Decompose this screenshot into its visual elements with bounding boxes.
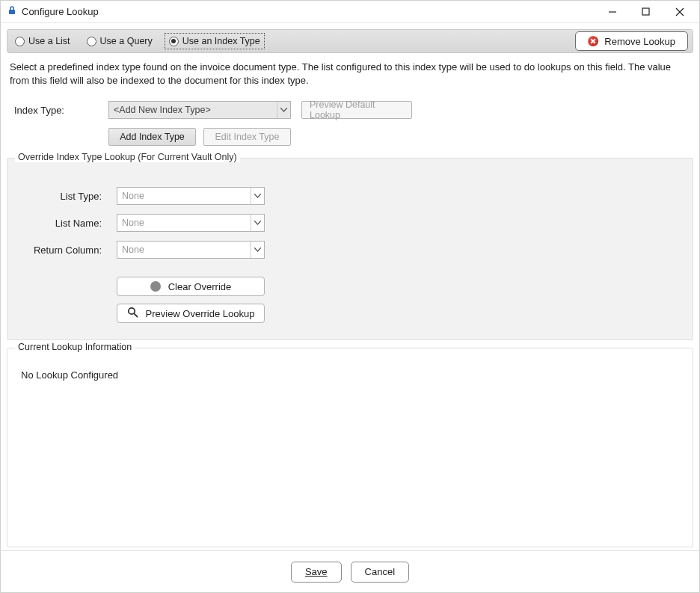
radio-icon (15, 37, 25, 46)
index-type-label: Index Type: (14, 105, 98, 116)
window-body: Use a List Use a Query Use an Index Type… (1, 23, 699, 550)
list-name-label: List Name: (22, 218, 106, 229)
index-type-combo[interactable]: <Add New Index Type> (108, 101, 291, 119)
remove-lookup-label: Remove Lookup (604, 36, 675, 47)
current-lookup-fieldset: Current Lookup Information No Lookup Con… (7, 348, 693, 547)
preview-override-lookup-button[interactable]: Preview Override Lookup (117, 304, 265, 323)
radio-label: Use a List (28, 36, 70, 46)
list-type-combo[interactable]: None (117, 187, 265, 205)
radio-use-query[interactable]: Use a Query (84, 34, 156, 48)
minimize-button[interactable] (595, 1, 629, 22)
return-column-combo[interactable]: None (117, 241, 265, 259)
remove-icon (588, 36, 598, 46)
list-name-combo[interactable]: None (117, 214, 265, 232)
button-label: Cancel (365, 566, 395, 577)
index-type-value: <Add New Index Type> (109, 105, 277, 115)
configure-lookup-window: Configure Lookup Use a List (0, 0, 700, 593)
save-button[interactable]: Save (291, 562, 342, 583)
return-column-value: None (117, 245, 251, 255)
window-title: Configure Lookup (22, 6, 99, 17)
svg-rect-0 (9, 10, 15, 14)
lookup-mode-bar: Use a List Use a Query Use an Index Type… (7, 29, 693, 53)
button-label: Add Index Type (120, 132, 185, 142)
search-icon (127, 307, 138, 320)
current-lookup-text: No Lookup Configured (18, 363, 682, 387)
maximize-button[interactable] (629, 1, 663, 22)
cancel-button[interactable]: Cancel (351, 562, 409, 583)
edit-index-type-button[interactable]: Edit Index Type (203, 128, 291, 146)
preview-default-lookup-button[interactable]: Preview Default Lookup (301, 101, 412, 119)
override-fieldset: Override Index Type Lookup (For Current … (7, 158, 693, 340)
radio-icon (169, 37, 179, 46)
button-label: Edit Index Type (215, 132, 280, 142)
list-type-value: None (117, 191, 251, 201)
lookup-mode-radio-group: Use a List Use a Query Use an Index Type (12, 34, 263, 48)
current-lookup-legend: Current Lookup Information (15, 342, 135, 352)
return-column-label: Return Column: (22, 245, 106, 256)
close-button[interactable] (663, 1, 696, 22)
button-label: Preview Default Lookup (310, 99, 404, 120)
circle-icon (150, 281, 161, 292)
list-type-label: List Type: (22, 191, 106, 202)
chevron-down-icon (251, 188, 264, 204)
svg-line-6 (134, 314, 137, 317)
radio-use-index-type[interactable]: Use an Index Type (166, 34, 263, 48)
button-label: Save (305, 566, 328, 577)
add-index-type-button[interactable]: Add Index Type (108, 128, 196, 146)
radio-use-list[interactable]: Use a List (12, 34, 73, 48)
remove-lookup-button[interactable]: Remove Lookup (575, 31, 688, 51)
radio-label: Use an Index Type (182, 36, 260, 46)
chevron-down-icon (277, 102, 290, 118)
footer: Save Cancel (1, 550, 699, 592)
chevron-down-icon (251, 242, 264, 258)
svg-line-4 (676, 8, 684, 16)
svg-line-3 (676, 8, 684, 16)
list-name-value: None (117, 218, 251, 228)
override-body: List Type: None List Name: None (7, 159, 693, 339)
override-legend: Override Index Type Lookup (For Current … (15, 152, 240, 162)
radio-label: Use a Query (100, 36, 153, 46)
description-text: Select a predefined index type found on … (7, 53, 693, 95)
radio-icon (87, 37, 96, 46)
chevron-down-icon (251, 215, 264, 231)
index-type-form: Index Type: <Add New Index Type> Preview… (7, 95, 693, 152)
window-controls (595, 1, 696, 22)
lock-icon (7, 5, 17, 18)
titlebar: Configure Lookup (1, 1, 699, 23)
clear-override-button[interactable]: Clear Override (117, 277, 265, 296)
button-label: Clear Override (168, 281, 232, 292)
button-label: Preview Override Lookup (146, 308, 255, 319)
svg-rect-2 (642, 8, 649, 15)
